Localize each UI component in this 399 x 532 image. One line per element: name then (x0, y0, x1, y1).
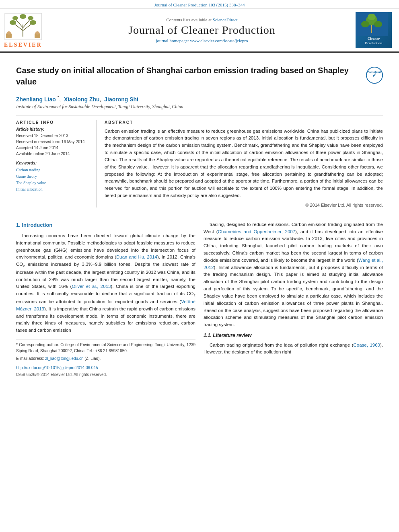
elsevier-logo-section: ELSEVIER (4, 12, 52, 48)
cleaner-production-logo-section: Cleaner Production (352, 12, 392, 48)
svg-point-19 (361, 21, 369, 27)
journal-homepage: journal homepage: www.elsevier.com/locat… (56, 38, 348, 43)
svg-point-15 (35, 31, 39, 35)
keyword-3: The Shapley value (16, 180, 90, 186)
keyword-1: Carbon trading (16, 167, 90, 173)
paper-content: Case study on initial allocation of Shan… (0, 53, 399, 386)
svg-point-8 (30, 20, 36, 25)
journal-header-center: Contents lists available at ScienceDirec… (56, 17, 348, 43)
paper-title: Case study on initial allocation of Shan… (16, 65, 360, 87)
wang-ref: Wang et al., 2012 (204, 258, 383, 270)
doi-link[interactable]: http://dx.doi.org/10.1016/j.jclepro.2014… (16, 366, 98, 370)
lit-review-heading: 1.1. Literature review (204, 332, 383, 339)
top-bar: Journal of Cleaner Production 103 (2015)… (0, 0, 399, 9)
affiliation: Institute of Environment for Sustainable… (16, 104, 383, 109)
crossmark-badge: CrossMark ✓ (366, 67, 383, 84)
accepted-date: Accepted 14 June 2014 (16, 145, 90, 151)
svg-text:✓: ✓ (372, 72, 377, 78)
svg-point-20 (374, 21, 382, 27)
journal-header: ELSEVIER Contents lists available at Sci… (0, 9, 399, 53)
journal-citation: Journal of Cleaner Production 103 (2015)… (154, 2, 245, 7)
abstract-title: ABSTRACT (105, 120, 383, 125)
author-liao: Zhenliang Liao (16, 96, 56, 103)
svg-point-9 (12, 16, 18, 20)
article-history-label: Article history: (16, 127, 90, 131)
email-footnote: E-mail address: zl_liao@tongji.edu.cn (Z… (16, 355, 195, 362)
copyright-line: © 2014 Elsevier Ltd. All rights reserved… (105, 203, 383, 207)
coase-ref: Coase, 1960 (353, 343, 380, 347)
svg-point-11 (20, 14, 26, 19)
crossmark-icon: CrossMark ✓ (366, 67, 383, 84)
article-info: ARTICLE INFO Article history: Received 1… (16, 120, 97, 207)
author-zhu: Xiaolong Zhu (64, 96, 100, 103)
contents-available-line: Contents lists available at ScienceDirec… (56, 17, 348, 22)
author-shi: Jiaorong Shi (104, 96, 138, 103)
revised-date: Received in revised form 16 May 2014 (16, 139, 90, 145)
issn-line: 0959-6526/© 2014 Elsevier Ltd. All right… (16, 372, 195, 378)
elsevier-logo: ELSEVIER (4, 12, 52, 48)
svg-point-21 (368, 14, 376, 20)
svg-point-14 (7, 31, 11, 35)
keywords-section: Keywords: Carbon trading Game theory The… (16, 161, 90, 193)
available-date: Available online 20 June 2014 (16, 151, 90, 157)
lit-review-paragraph-1: Carbon trading originated from the idea … (204, 342, 383, 356)
email-link[interactable]: zl_liao@tongji.edu.cn (45, 356, 83, 361)
keyword-4: Initial allocation (16, 186, 90, 193)
elsevier-wordmark: ELSEVIER (4, 42, 42, 48)
abstract-text: Carbon emission trading is an effective … (105, 128, 383, 199)
intro-paragraph-1: Increasing concerns have been directed t… (16, 232, 195, 334)
svg-point-10 (28, 16, 33, 20)
body-column-right: trading, designed to reduce emissions. C… (204, 221, 383, 378)
duan-hu-ref: Duan and Hu, 2014 (116, 255, 157, 259)
info-abstract-row: ARTICLE INFO Article history: Received 1… (16, 115, 383, 207)
svg-point-7 (10, 20, 16, 25)
received-date: Received 18 December 2013 (16, 133, 90, 139)
authors-line: Zhenliang Liao *, Xiaolong Zhu, Jiaorong… (16, 94, 383, 103)
oliver-ref: Oliver et al., 2013 (72, 284, 111, 289)
elsevier-tree-icon (4, 12, 42, 41)
sciencedirect-link[interactable]: ScienceDirect (213, 17, 238, 22)
crossmark-svg: CrossMark ✓ (366, 67, 383, 84)
chameides-ref: Chameides and Oppenheimer, 2007 (218, 229, 296, 234)
abstract-section: ABSTRACT Carbon emission trading is an e… (105, 120, 383, 207)
doi-line: http://dx.doi.org/10.1016/j.jclepro.2014… (16, 365, 195, 371)
cleaner-production-logo: Cleaner Production (356, 12, 392, 48)
vetone-ref: Vetőné Mózner, 2013 (16, 299, 195, 311)
footnote-star: * Corresponding author. College of Envir… (16, 342, 195, 354)
section-divider (16, 215, 383, 215)
intro-heading: 1. Introduction (16, 221, 195, 229)
article-info-title: ARTICLE INFO (16, 120, 90, 125)
paper-title-section: Case study on initial allocation of Shan… (16, 65, 383, 90)
body-column-left: 1. Introduction Increasing concerns have… (16, 221, 195, 378)
body-columns: 1. Introduction Increasing concerns have… (16, 221, 383, 378)
cp-logo-text: Cleaner Production (365, 37, 383, 46)
footnote-section: * Corresponding author. College of Envir… (16, 339, 195, 378)
cp-logo-tree-icon (356, 12, 388, 36)
keywords-label: Keywords: (16, 161, 90, 165)
keyword-2: Game theory (16, 173, 90, 180)
intro-paragraph-right-1: trading, designed to reduce emissions. C… (204, 221, 383, 329)
journal-title: Journal of Cleaner Production (56, 24, 348, 37)
